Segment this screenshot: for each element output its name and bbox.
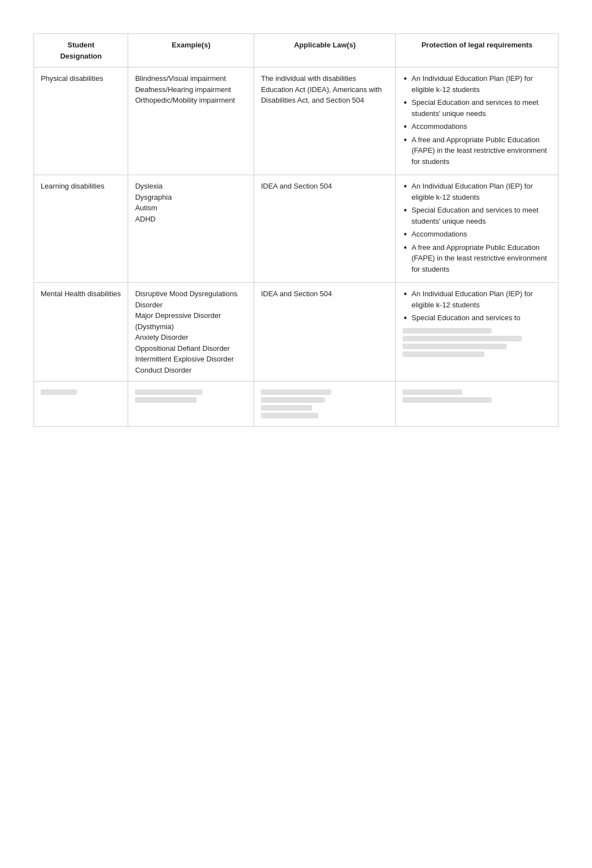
header-designation: Student Designation	[34, 34, 128, 67]
blurred-cell	[128, 382, 254, 427]
cell-examples: Blindness/Visual impairmentDeafness/Hear…	[128, 67, 254, 175]
table-row: Mental Health disabilitiesDisruptive Moo…	[34, 283, 559, 382]
table-row: Physical disabilitiesBlindness/Visual im…	[34, 67, 559, 175]
header-laws: Applicable Law(s)	[254, 34, 396, 67]
blurred-cell	[34, 382, 128, 427]
blurred-cell	[396, 382, 559, 427]
cell-protection: An Individual Education Plan (IEP) for e…	[396, 175, 559, 283]
header-examples: Example(s)	[128, 34, 254, 67]
cell-laws: The individual with disabilities Educati…	[254, 67, 396, 175]
table-row-blurred	[34, 382, 559, 427]
table-row: Learning disabilitiesDyslexiaDysgraphiaA…	[34, 175, 559, 283]
cell-laws: IDEA and Section 504	[254, 283, 396, 382]
cell-examples: Disruptive Mood Dysregulations DisorderM…	[128, 283, 254, 382]
cell-protection: An Individual Education Plan (IEP) for e…	[396, 283, 559, 382]
cell-designation: Learning disabilities	[34, 175, 128, 283]
cell-examples: DyslexiaDysgraphiaAutismADHD	[128, 175, 254, 283]
blurred-cell	[254, 382, 396, 427]
cell-designation: Mental Health disabilities	[34, 283, 128, 382]
cell-designation: Physical disabilities	[34, 67, 128, 175]
cell-laws: IDEA and Section 504	[254, 175, 396, 283]
cell-protection: An Individual Education Plan (IEP) for e…	[396, 67, 559, 175]
header-protection: Protection of legal requirements	[396, 34, 559, 67]
main-table: Student Designation Example(s) Applicabl…	[33, 33, 559, 427]
